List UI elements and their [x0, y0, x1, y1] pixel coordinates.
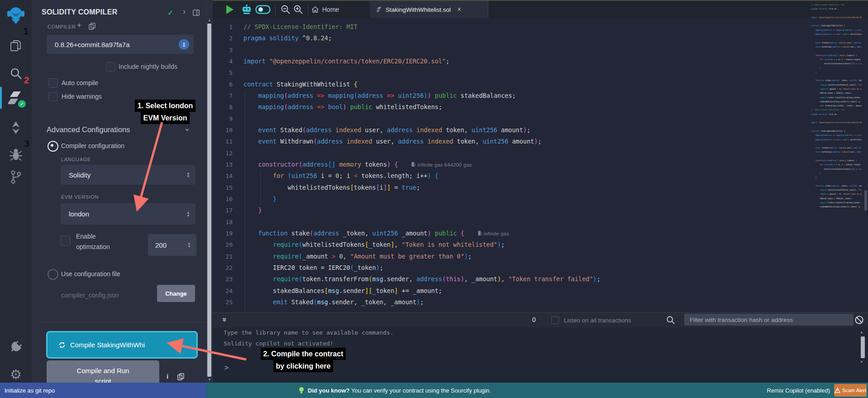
- icon-rail: ✓ ⚙: [0, 0, 32, 383]
- enable-optimization-checkbox[interactable]: [60, 235, 71, 246]
- scroll-up-icon[interactable]: ▲: [208, 18, 211, 22]
- did-you-know-tip: Did you know? You can verify your contra…: [299, 383, 491, 398]
- scroll-down-icon[interactable]: ▼: [208, 378, 211, 382]
- minimap[interactable]: // SPDX-License-Identifier: MITpragma so…: [811, 3, 862, 210]
- terminal-prompt[interactable]: >: [224, 364, 229, 372]
- remix-logo-icon[interactable]: [0, 5, 32, 26]
- deploy-run-icon[interactable]: [0, 120, 32, 136]
- enable-optimization-label: Enable optimization: [76, 233, 110, 250]
- evm-version-label: EVM VERSION: [61, 194, 99, 200]
- gas-estimate: infinite gas: [478, 231, 509, 236]
- panel-scrollbar-thumb[interactable]: [207, 24, 211, 377]
- evm-version-value: london: [61, 210, 89, 218]
- chevron-down-icon[interactable]: ⌄: [184, 123, 191, 133]
- copilot-status: Remix Copilot (enabled): [767, 383, 830, 398]
- language-value: Solidity: [61, 171, 91, 179]
- compiler-version-select[interactable]: 0.8.26+commit.8a97fa7a ▲▼: [47, 35, 194, 54]
- refresh-icon: [58, 341, 66, 349]
- use-configuration-file-radio[interactable]: [48, 269, 58, 280]
- terminal-scrollbar-thumb[interactable]: [861, 336, 865, 358]
- annotation-step1: 1. Select london EVM Version: [122, 100, 208, 124]
- language-select[interactable]: Solidity ▲▼: [61, 165, 196, 185]
- code-line: 1// SPDX-License-Identifier: MIT: [213, 21, 868, 33]
- code-line: 6contract StakingWithWhitelist {: [213, 79, 868, 90]
- copy-version-icon[interactable]: [89, 23, 95, 32]
- info-icon[interactable]: i: [167, 373, 168, 380]
- advanced-configurations-title[interactable]: Advanced Configurations: [47, 125, 130, 134]
- copilot-toggle-switch[interactable]: [255, 5, 271, 16]
- solidity-file-icon: [377, 6, 382, 13]
- scam-alert-button[interactable]: Scam Alert: [834, 384, 867, 397]
- listen-transactions-checkbox[interactable]: [551, 316, 559, 324]
- code-line: 14 for (uint256 i = 0; i < tokens.length…: [213, 170, 868, 182]
- nightly-builds-checkbox[interactable]: [106, 62, 115, 72]
- tab-home[interactable]: Home: [311, 1, 339, 18]
- zoom-in-icon[interactable]: [293, 5, 303, 16]
- git-branch-icon[interactable]: [0, 169, 32, 185]
- transaction-count: 0: [532, 316, 536, 323]
- plugin-manager-plug-icon[interactable]: [0, 339, 32, 355]
- code-line: 12: [213, 148, 868, 159]
- version-toggle-icon[interactable]: ▲▼: [179, 39, 189, 50]
- code-line: 11 event Withdrawn(address indexed user,…: [213, 136, 868, 147]
- code-line: 17 }: [213, 205, 868, 216]
- scroll-up-icon[interactable]: ▲: [860, 330, 863, 334]
- debugger-bug-icon[interactable]: [0, 148, 32, 162]
- code-line: 16 }: [213, 193, 868, 205]
- close-tab-icon[interactable]: ×: [457, 5, 461, 14]
- ai-robot-icon[interactable]: [241, 4, 253, 17]
- copy-icon[interactable]: [177, 373, 184, 382]
- code-line: 2pragma solidity ^0.8.24;: [213, 33, 868, 44]
- compiler-configuration-radio[interactable]: [48, 141, 58, 152]
- editor-area[interactable]: Home StakingWithWhitelist.sol × 1// SPDX…: [213, 0, 868, 312]
- code-line: 7 mapping(address => mapping(address => …: [213, 90, 868, 101]
- terminal-header: « 0 Listen on all transactions: [213, 313, 868, 327]
- annotation-number-2: 2: [24, 75, 29, 86]
- expand-terminal-icon[interactable]: «: [219, 317, 229, 321]
- code-lines: 1// SPDX-License-Identifier: MIT2pragma …: [213, 21, 868, 308]
- compile-button-label: Compile StakingWithWhi: [70, 341, 145, 349]
- nightly-builds-label: Include nightly builds: [119, 63, 177, 70]
- code-line: 10 event Staked(address indexed user, ad…: [213, 125, 868, 136]
- hide-warnings-checkbox[interactable]: [48, 92, 58, 101]
- hide-warnings-label: Hide warnings: [62, 93, 102, 100]
- settings-gear-icon[interactable]: ⚙: [0, 367, 32, 382]
- terminal-log-line: Type the library name to see available c…: [224, 329, 394, 336]
- chevron-right-icon[interactable]: ›: [183, 7, 186, 16]
- scroll-down-icon[interactable]: ▼: [860, 360, 863, 364]
- evm-version-select[interactable]: london ▲▼: [61, 203, 196, 225]
- git-status-segment[interactable]: Initialize as git repo: [0, 383, 206, 398]
- compiler-section-label: COMPILER: [48, 24, 76, 29]
- code-line: 9: [213, 113, 868, 125]
- lightbulb-icon: [299, 387, 304, 394]
- solidity-compiler-icon[interactable]: [0, 90, 32, 106]
- filter-transactions-input[interactable]: [684, 314, 854, 326]
- remix-ide: ✓ ⚙: [0, 0, 868, 398]
- divider: [488, 1, 488, 18]
- annotation-step2: 2. Compile the contract by clicking here: [242, 348, 364, 372]
- tab-staking-with-whitelist[interactable]: StakingWithWhitelist.sol ×: [371, 1, 488, 18]
- optimization-runs-input[interactable]: 200 ▲▼: [148, 234, 196, 256]
- code-line: 21 require(_amount > 0, "Amount must be …: [213, 251, 868, 262]
- auto-compile-checkbox[interactable]: [48, 78, 58, 88]
- run-play-icon[interactable]: [225, 5, 234, 16]
- pin-panel-icon[interactable]: [193, 10, 200, 18]
- terminal-log-line: Solidity copilot not activated!: [224, 340, 334, 347]
- gas-estimate: infinite gas 644200 gas: [411, 162, 472, 168]
- file-explorer-icon[interactable]: [0, 38, 32, 53]
- zoom-out-icon[interactable]: [281, 5, 291, 16]
- compiler-version-value: 0.8.26+commit.8a97fa7a: [47, 41, 130, 48]
- code-line: 8 mapping(address => bool) public whitel…: [213, 101, 868, 113]
- search-icon[interactable]: [666, 316, 675, 325]
- change-config-button[interactable]: Change: [157, 285, 195, 302]
- divider: [275, 4, 276, 16]
- divider: [41, 322, 204, 322]
- solidity-compiler-panel: SOLIDITY COMPILER ✓ › COMPILER + 0.8.26+…: [32, 0, 206, 383]
- code-editor[interactable]: 1// SPDX-License-Identifier: MIT2pragma …: [213, 18, 868, 312]
- listen-transactions-label: Listen on all transactions: [564, 317, 631, 324]
- add-compiler-icon[interactable]: +: [77, 21, 81, 30]
- annotation-number-3: 3: [24, 139, 29, 149]
- compile-button[interactable]: Compile StakingWithWhi: [46, 331, 198, 359]
- editor-scrollbar-thumb[interactable]: [864, 190, 867, 211]
- clear-console-icon[interactable]: [854, 315, 864, 325]
